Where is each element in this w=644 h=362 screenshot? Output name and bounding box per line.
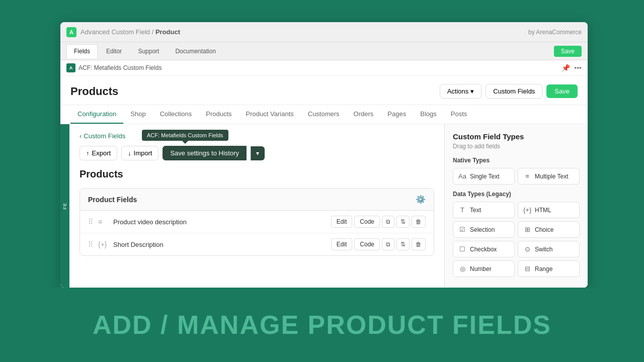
save-history-chevron[interactable]: ▾ — [251, 146, 265, 160]
code-button[interactable]: Code — [354, 216, 380, 228]
code-button[interactable]: Code — [354, 238, 380, 250]
edit-button[interactable]: Edit — [331, 238, 353, 250]
pin-button[interactable]: 📌 — [561, 64, 570, 72]
section-title: Products — [79, 168, 434, 180]
sub-bar: A ACF: Metafields Custom Fields 📌 ••• — [60, 60, 588, 76]
field-type-icon: {+} — [98, 240, 108, 248]
html-icon: {+} — [523, 206, 531, 214]
import-icon: ↓ — [128, 149, 131, 157]
field-type-number[interactable]: ◎ Number — [453, 260, 515, 277]
breadcrumb: Advanced Custom Field / Product — [80, 28, 524, 36]
page-title: Products — [70, 85, 440, 98]
choice-icon: ⊞ — [523, 226, 531, 233]
copy-icon-button[interactable]: ⧉ — [382, 216, 394, 228]
export-button[interactable]: ↑ Export — [79, 146, 117, 160]
nav-tab-shop[interactable]: Shop — [123, 105, 152, 124]
right-panel: Custom Field Types Drag to add fields Na… — [444, 124, 588, 288]
field-type-choice[interactable]: ⊞ Choice — [518, 221, 580, 238]
actions-button[interactable]: Actions ▾ — [440, 84, 482, 99]
tooltip-bubble: ACF: Metafields Custom Fields — [142, 130, 228, 141]
nav-tab-collections[interactable]: Collections — [153, 105, 199, 124]
tab-documentation[interactable]: Documentation — [168, 44, 223, 58]
nav-tab-customers[interactable]: Customers — [301, 105, 347, 124]
nav-tab-configuration[interactable]: Configuration — [70, 105, 123, 124]
field-type-icon: ≡ — [98, 218, 108, 226]
checkbox-label: Checkbox — [470, 246, 497, 253]
switch-icon: ⊙ — [523, 245, 531, 253]
nav-tabs: Configuration Shop Collections Products … — [60, 105, 588, 124]
back-chevron-icon: ‹ — [79, 132, 82, 140]
page-actions: Actions ▾ Custom Fields Save — [440, 84, 578, 99]
field-type-range[interactable]: ⊟ Range — [518, 260, 580, 277]
field-type-single-text[interactable]: Aa Single Text — [453, 168, 515, 185]
tooltip-text: ACF: Metafields Custom Fields — [147, 132, 223, 138]
product-fields-card: Product Fields ⚙️ ⠿ ≡ Product video desc… — [79, 188, 434, 256]
custom-fields-button[interactable]: Custom Fields — [486, 84, 542, 99]
back-link[interactable]: ‹ Custom Fields — [79, 132, 434, 140]
tab-editor[interactable]: Editor — [99, 44, 129, 58]
native-types-label: Native Types — [453, 157, 580, 164]
top-save-button[interactable]: Save — [554, 46, 582, 57]
import-label: Import — [134, 149, 152, 157]
range-label: Range — [535, 265, 552, 273]
actions-chevron-icon: ▾ — [470, 87, 474, 95]
range-icon: ⊟ — [523, 265, 531, 273]
bottom-banner-text: ADD / MANAGE PRODUCT FIELDS — [93, 310, 551, 340]
sub-bar-actions: 📌 ••• — [561, 64, 582, 72]
field-type-selection[interactable]: ☑ Selection — [453, 221, 515, 238]
text-label: Text — [470, 207, 481, 214]
native-types-grid: Aa Single Text ≡ Multiple Text — [453, 168, 580, 185]
choice-label: Choice — [535, 226, 553, 233]
drag-handle-icon: ⠿ — [88, 240, 93, 248]
more-button[interactable]: ••• — [574, 64, 582, 72]
left-edge-indicator[interactable]: Fe — [60, 124, 69, 288]
table-row: ⠿ ≡ Product video description Edit Code … — [80, 211, 434, 233]
content-area: Fe ‹ Custom Fields ACF: Metafields Custo… — [60, 124, 588, 288]
copy-icon-button[interactable]: ⧉ — [382, 238, 394, 250]
nav-tab-products[interactable]: Products — [199, 105, 238, 124]
delete-icon-button[interactable]: 🗑 — [412, 238, 426, 250]
left-edge-text: Fe — [62, 203, 67, 210]
save-button[interactable]: Save — [546, 84, 578, 98]
card-title: Product Fields — [88, 196, 137, 204]
edit-button[interactable]: Edit — [331, 216, 353, 228]
move-icon-button[interactable]: ⇅ — [396, 238, 410, 250]
nav-tab-orders[interactable]: Orders — [347, 105, 381, 124]
main-content: Products Actions ▾ Custom Fields Save Co… — [60, 76, 588, 288]
export-icon: ↑ — [86, 149, 90, 157]
number-icon: ◎ — [458, 265, 466, 273]
left-panel: ‹ Custom Fields ACF: Metafields Custom F… — [69, 124, 444, 288]
delete-icon-button[interactable]: 🗑 — [412, 216, 426, 228]
app-logo: A — [66, 27, 76, 37]
selection-label: Selection — [470, 226, 495, 233]
field-type-switch[interactable]: ⊙ Switch — [518, 241, 580, 257]
import-button[interactable]: ↓ Import — [121, 146, 158, 160]
acf-label-text: ACF: Metafields Custom Fields — [78, 64, 162, 71]
field-type-multiple-text[interactable]: ≡ Multiple Text — [518, 168, 580, 185]
move-icon-button[interactable]: ⇅ — [396, 216, 410, 228]
export-label: Export — [92, 149, 111, 157]
tab-fields[interactable]: Fields — [66, 44, 98, 58]
panel-title: Custom Field Types — [453, 132, 580, 141]
save-history-button[interactable]: Save settings to History — [163, 146, 247, 160]
nav-tab-posts[interactable]: Posts — [444, 105, 474, 124]
field-type-text[interactable]: T Text — [453, 202, 515, 218]
nav-tab-blogs[interactable]: Blogs — [413, 105, 444, 124]
acf-icon: A — [66, 63, 75, 72]
nav-tab-product-variants[interactable]: Product Variants — [239, 105, 301, 124]
multiple-text-label: Multiple Text — [535, 173, 568, 180]
table-row: ⠿ {+} Short Description Edit Code ⧉ ⇅ 🗑 — [80, 233, 434, 255]
card-settings-icon[interactable]: ⚙️ — [416, 195, 426, 204]
selection-icon: ☑ — [458, 226, 466, 233]
field-type-checkbox[interactable]: ☐ Checkbox — [453, 241, 515, 257]
field-type-html[interactable]: {+} HTML — [518, 202, 580, 218]
text-icon: T — [458, 206, 466, 214]
actions-label: Actions — [447, 87, 469, 95]
field-actions: Edit Code ⧉ ⇅ 🗑 — [331, 216, 426, 228]
tab-support[interactable]: Support — [130, 44, 167, 58]
acf-label: A ACF: Metafields Custom Fields — [66, 63, 162, 72]
nav-tab-pages[interactable]: Pages — [380, 105, 413, 124]
single-text-label: Single Text — [470, 173, 499, 180]
page-header: Products Actions ▾ Custom Fields Save — [60, 76, 588, 105]
field-name: Short Description — [113, 241, 326, 248]
